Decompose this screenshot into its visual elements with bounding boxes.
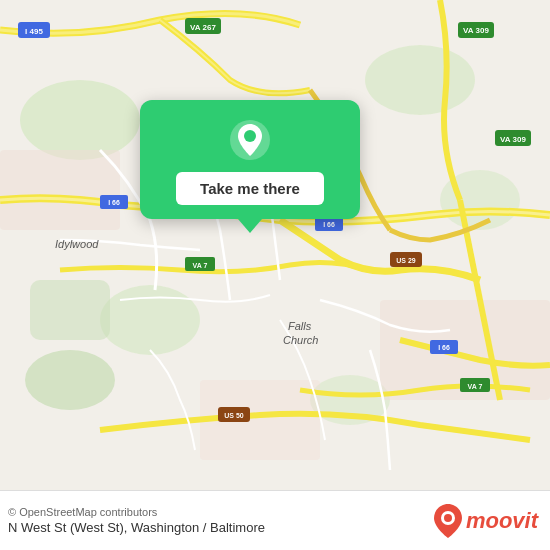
svg-text:I 495: I 495 [25,27,43,36]
svg-rect-7 [30,280,110,340]
svg-text:Falls: Falls [288,320,312,332]
svg-text:VA 267: VA 267 [190,23,216,32]
address-text: N West St (West St), Washington / Baltim… [8,520,265,535]
moovit-brand-text: moovit [466,508,538,534]
svg-text:Idylwood: Idylwood [55,238,99,250]
location-popup: Take me there [140,100,360,219]
svg-text:VA 309: VA 309 [500,135,526,144]
svg-text:I 66: I 66 [323,221,335,228]
location-pin-icon [228,118,272,162]
svg-text:US 50: US 50 [224,412,244,419]
svg-text:VA 7: VA 7 [193,262,208,269]
svg-text:I 66: I 66 [108,199,120,206]
svg-text:Church: Church [283,334,318,346]
svg-text:I 66: I 66 [438,344,450,351]
svg-point-37 [244,130,256,142]
svg-point-1 [20,80,140,160]
svg-text:VA 7: VA 7 [468,383,483,390]
svg-point-3 [25,350,115,410]
moovit-logo: moovit [434,504,538,538]
svg-text:VA 309: VA 309 [463,26,489,35]
attribution-text: © OpenStreetMap contributors [8,506,265,518]
svg-point-39 [444,514,452,522]
map-view: I 495 I 66 I 66 I 66 VA 267 VA 309 VA 30… [0,0,550,490]
svg-rect-8 [0,150,120,230]
svg-point-2 [100,285,200,355]
svg-point-4 [365,45,475,115]
bottom-bar: © OpenStreetMap contributors N West St (… [0,490,550,550]
moovit-pin-icon [434,504,462,538]
svg-text:US 29: US 29 [396,257,416,264]
take-me-there-button[interactable]: Take me there [176,172,324,205]
